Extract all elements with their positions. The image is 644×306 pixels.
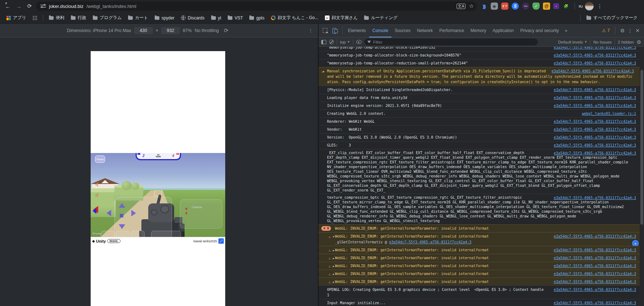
bookmark-item[interactable]: VST xyxy=(225,14,246,22)
dpad-left-button[interactable] xyxy=(106,210,111,216)
inspect-element-icon[interactable] xyxy=(320,26,330,35)
bookmark-item[interactable]: ω顔文字屋さん xyxy=(322,14,361,22)
expand-caret-icon[interactable]: ▶ xyxy=(333,280,334,285)
source-link[interactable]: e3a54dc7-55f3-4965-a756-8311f7cc42a4:3 xyxy=(554,234,636,239)
rotate-device-icon[interactable]: ⟳ xyxy=(224,27,228,34)
source-link[interactable]: e3a54dc7-55f3-4965-a756-8311f7cc42a4:3 xyxy=(554,127,636,132)
source-link[interactable]: e3a54dc7-55f3-4965-a756-8311f7cc42a4:3 xyxy=(554,143,636,148)
scrollbar-thumb[interactable] xyxy=(640,70,643,225)
media-playlist-icon[interactable]: ≡♪ xyxy=(579,4,583,9)
off-extension-icon[interactable]: オフ xyxy=(501,3,508,10)
console-warning-row[interactable]: ⚠▼WebGL: INVALID_ENUM: getInternalformat… xyxy=(318,232,640,246)
dpad-stop-button[interactable] xyxy=(120,214,123,217)
group-count-badge[interactable]: ▼ 6 xyxy=(321,226,331,231)
bookmark-item[interactable]: アプリ xyxy=(4,14,29,22)
console-log-row[interactable]: GLES: 3e3a54dc7-55f3-4965-a756-8311f7cc4… xyxy=(318,141,640,149)
site-settings-icon[interactable] xyxy=(40,4,46,8)
tab-elements[interactable]: Elements xyxy=(345,24,369,37)
source-link[interactable]: e3a54dc7-55f3-4965-a756-8311f7cc42a4:3 xyxy=(554,53,636,58)
profile-avatar[interactable] xyxy=(585,2,594,10)
device-toolbar-menu-icon[interactable]: ⋮ xyxy=(303,28,318,33)
console-warning-row[interactable]: ⚠▶WebGL: INVALID_ENUM: getInternalformat… xyxy=(318,262,640,270)
source-link[interactable]: e3a54dc7-55f3-4965-a756-8311f7cc42a4:3 xyxy=(554,95,636,100)
zoom-select[interactable]: 87%▼ xyxy=(183,28,192,33)
devtools-close-icon[interactable]: ✕ xyxy=(635,28,640,33)
bookmark-item[interactable]: yt xyxy=(208,14,224,22)
bookmark-star-icon[interactable]: ☆ xyxy=(469,3,474,9)
swirl-extension-icon[interactable]: @ xyxy=(543,3,550,10)
console-scrollbar[interactable] xyxy=(640,47,644,306)
purple-extension-icon[interactable]: • xyxy=(553,3,559,9)
devtools-menu-icon[interactable]: ⋮ xyxy=(627,28,632,33)
tab-console[interactable]: Console xyxy=(369,24,391,37)
source-link[interactable]: e3a54dc7-55f3-4965-a756-8311f7cc42a4:3 xyxy=(554,47,636,50)
source-link[interactable]: e3a54dc7-55f3-4965-a756-8311f7cc42a4:3 xyxy=(554,247,636,253)
expand-caret-icon[interactable]: ▶ xyxy=(333,248,334,253)
source-link[interactable]: e3a54dc7-55f3-4965-a756-8311f7cc42a4:3 xyxy=(554,300,636,306)
shazam-extension-icon[interactable]: S xyxy=(512,3,519,10)
javascript-context-select[interactable]: top▼ xyxy=(340,40,350,44)
console-settings-icon[interactable]: ⚙ xyxy=(636,39,641,45)
console-filter-input[interactable] xyxy=(373,40,535,44)
tab-sources[interactable]: Sources xyxy=(391,24,414,37)
tab-privacy-and-security[interactable]: Privacy and security xyxy=(517,24,562,37)
console-sidebar-icon[interactable] xyxy=(321,40,326,44)
bookmark-item[interactable]: ルーティング xyxy=(361,14,400,22)
source-link[interactable]: e3a54dc7-55f3-4965-a756-8311f7cc42a4:3 xyxy=(554,60,636,66)
ghost-button[interactable] xyxy=(131,231,145,237)
tab-memory[interactable]: Memory xyxy=(467,24,489,37)
console-log-row[interactable]: EXT_clip_control EXT_color_buffer_float … xyxy=(318,149,640,194)
dpad-down-button[interactable] xyxy=(119,224,125,229)
console-warning-row[interactable]: ⚠▶WebGL: INVALID_ENUM: getInternalformat… xyxy=(318,270,640,278)
source-link[interactable]: e3a54dc7-55f3-4965-a756-8311f7cc42a4:3 xyxy=(554,271,636,276)
bookmark-item[interactable]: プログラム xyxy=(90,14,124,22)
forward-icon[interactable]: → xyxy=(14,2,23,10)
translate-icon[interactable]: 文A xyxy=(457,4,465,9)
source-link[interactable]: e3a54dc7-55f3-4965-a756-8311f7cc42a4:3 xyxy=(554,150,636,156)
reload-icon[interactable]: ⟳ xyxy=(25,2,34,10)
source-link[interactable]: e3a54dc7-55f3-4965-a756-8311f7cc42a4:3 xyxy=(554,103,636,108)
shield-extension-icon[interactable]: ✓ xyxy=(532,3,540,10)
source-link[interactable]: e3a54dc7-55f3-4965-a756-8311f7cc42a4:3 xyxy=(554,87,636,93)
console-log-row[interactable]: Renderer: WebKit WebGLe3a54dc7-55f3-4965… xyxy=(318,117,640,125)
console-log-row[interactable]: "memorysetup-job-temp-allocator-block-si… xyxy=(318,47,640,51)
console-group-row[interactable]: ▼ 6WebGL: INVALID_ENUM: getInternalforma… xyxy=(318,224,640,232)
console-log-row[interactable]: texture_compression_bptc GL_EXT_texture_… xyxy=(318,194,640,224)
console-log-row[interactable]: "memorysetup-job-temp-allocator-block-si… xyxy=(318,51,640,59)
console-log-row[interactable]: Input Manager initialize...e3a54dc7-55f3… xyxy=(318,299,640,306)
warnings-badge[interactable]: ⚠ 7 xyxy=(602,28,609,33)
visi-extension-icon[interactable]: Visi xyxy=(522,3,529,10)
url-bar[interactable]: joker.dscloud.biz/webgl_tanks/index.html… xyxy=(36,1,477,11)
console-filter-box[interactable] xyxy=(364,39,538,45)
wave-extension-icon[interactable]: ))) xyxy=(480,3,487,10)
stack-source-link[interactable]: e3a54dc7-55f3-4965-a756-8311f7cc42a4:3 xyxy=(389,240,472,244)
bookmark-item[interactable]: 便利 xyxy=(46,14,67,22)
bookmark-item[interactable]: Discards xyxy=(178,14,208,22)
source-link[interactable]: e3a54dc7-55f3-4965-a756-8311f7cc42a4:3 xyxy=(554,255,636,261)
live-expression-icon[interactable] xyxy=(356,40,362,44)
throttling-select[interactable]: No throttling▼ xyxy=(195,28,219,33)
tab-application[interactable]: Application xyxy=(489,24,517,37)
console-warning-row[interactable]: ⚠▶WebGL: INVALID_ENUM: getInternalformat… xyxy=(318,254,640,262)
bookmark-item[interactable]: 顔文字 ちんこ - Go... xyxy=(268,14,321,22)
toggle-device-toolbar-icon[interactable] xyxy=(330,26,340,35)
expand-caret-icon[interactable]: ▶ xyxy=(323,69,325,75)
source-link[interactable]: e3a54dc7-55f3-4965-a756-8311f7cc42a4:3 xyxy=(554,195,636,201)
clear-console-icon[interactable] xyxy=(329,40,334,44)
puzzle-extension-icon[interactable]: 🧩 xyxy=(562,3,570,10)
tab-network[interactable]: Network xyxy=(414,24,436,37)
browser-menu-icon[interactable]: ⋮ xyxy=(596,3,604,9)
bookmark-item[interactable]: 行政 xyxy=(68,14,89,22)
console-log-area[interactable]: "memorysetup-job-temp-allocator-block-si… xyxy=(318,47,644,306)
bookmark-item[interactable]: gpts xyxy=(246,14,267,22)
console-log-row[interactable]: Vendor: WebKite3a54dc7-55f3-4965-a756-83… xyxy=(318,125,640,133)
source-link[interactable]: e3a54dc7-55f3-4965-a756-8311f7cc42a4:3 xyxy=(554,263,636,269)
tab-performance[interactable]: Performance xyxy=(436,24,467,37)
collapse-caret-icon[interactable]: ▼ xyxy=(333,234,334,240)
log-levels-select[interactable]: Default levels▼ xyxy=(558,40,587,44)
expand-caret-icon[interactable]: ▶ xyxy=(333,264,334,269)
dpad-up-button[interactable] xyxy=(119,203,125,208)
console-log-row[interactable]: "memorysetup-job-temp-allocator-reductio… xyxy=(318,59,640,67)
console-log-row[interactable]: Creating WebGL 2.0 context.webgl_tanks03… xyxy=(318,109,640,117)
more-tabs-icon[interactable]: » xyxy=(562,28,570,33)
